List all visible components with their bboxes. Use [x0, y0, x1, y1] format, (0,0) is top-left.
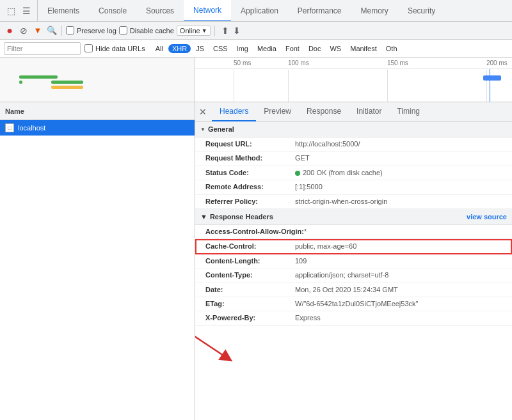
filter-type-xhr[interactable]: XHR [168, 44, 191, 53]
request-method-key: Request Method: [205, 153, 295, 163]
content-type-val: application/json; charset=utf-8 [295, 270, 388, 280]
separator-2 [214, 26, 215, 36]
access-control-val: * [304, 227, 307, 237]
access-control-key: Access-Control-Allow-Origin: [205, 227, 304, 237]
preserve-log-label[interactable]: Preserve log [66, 26, 116, 35]
filter-type-img[interactable]: Img [233, 44, 252, 53]
filter-type-css[interactable]: CSS [209, 44, 232, 53]
filter-type-all[interactable]: All [152, 44, 167, 53]
detail-tab-preview[interactable]: Preview [256, 102, 299, 121]
disable-cache-checkbox[interactable] [119, 26, 127, 35]
req-bar-green-1 [19, 75, 58, 79]
tab-elements[interactable]: Elements [38, 0, 89, 21]
preserve-log-checkbox[interactable] [66, 26, 74, 35]
timeline-right: 50 ms 100 ms 150 ms 200 ms 250 ms [195, 58, 512, 102]
status-code-key: Status Code: [205, 168, 295, 178]
referrer-policy-key: Referrer Policy: [205, 197, 295, 206]
tab-security[interactable]: Security [398, 0, 445, 21]
disable-cache-label[interactable]: Disable cache [119, 26, 174, 35]
upload-icon[interactable]: ⬆ [221, 26, 229, 36]
request-list-panel: Name □ localhost [0, 102, 195, 420]
main-split: Name □ localhost ✕ Headers Preview Respo… [0, 102, 512, 420]
tab-sources[interactable]: Sources [136, 0, 184, 21]
cache-control-row: Cache-Control: public, max-age=60 [195, 239, 512, 254]
dock-icon[interactable]: ⬚ [4, 4, 18, 18]
detail-tab-initiator[interactable]: Initiator [349, 102, 389, 121]
tab-memory[interactable]: Memory [351, 0, 398, 21]
console-drawer-icon[interactable]: ☰ [19, 4, 33, 18]
import-export: ⬆ ⬇ [221, 26, 241, 36]
tab-performance[interactable]: Performance [288, 0, 351, 21]
referrer-policy-val[interactable]: strict-origin-when-cross-origin [295, 197, 387, 206]
content-type-row: Content-Type: application/json; charset=… [195, 268, 512, 283]
request-url-val: http://localhost:5000/ [295, 139, 360, 149]
devtools-controls: ⬚ ☰ [0, 0, 38, 21]
filter-type-doc[interactable]: Doc [305, 44, 325, 53]
filter-type-js[interactable]: JS [192, 44, 208, 53]
tick-200ms: 200 ms [486, 59, 508, 66]
cache-control-val: public, max-age=60 [295, 242, 356, 251]
tab-console[interactable]: Console [89, 0, 136, 21]
timeline-marker [490, 69, 490, 102]
clear-button[interactable]: ⊘ [18, 25, 29, 36]
filter-type-media[interactable]: Media [253, 44, 280, 53]
response-headers-section-header: ▼ Response Headers view source [195, 209, 512, 225]
etag-row: ETag: W/"6d-6542ta1zDul0SiCTjoMEeej53ck" [195, 297, 512, 311]
detail-tab-response[interactable]: Response [299, 102, 349, 121]
date-row: Date: Mon, 26 Oct 2020 15:24:34 GMT [195, 283, 512, 297]
remote-address-row: Remote Address: [:1]:5000 [195, 180, 512, 194]
tick-150ms: 150 ms [387, 59, 408, 66]
remote-address-val: [:1]:5000 [295, 182, 323, 192]
detail-content: ▼ General Request URL: http://localhost:… [195, 121, 512, 420]
search-icon[interactable]: 🔍 [46, 25, 58, 36]
filter-type-manifest[interactable]: Manifest [346, 44, 381, 53]
tick-50ms: 50 ms [234, 59, 251, 66]
request-method-val: GET [295, 153, 310, 163]
main-tabs: Elements Console Sources Network Applica… [38, 0, 512, 21]
detail-tab-bar: ✕ Headers Preview Response Initiator Tim… [195, 102, 512, 121]
request-icon: □ [5, 123, 14, 132]
general-section-header[interactable]: ▼ General [195, 121, 512, 137]
filter-type-font[interactable]: Font [282, 44, 303, 53]
download-icon[interactable]: ⬇ [233, 26, 241, 36]
view-source-link[interactable]: view source [467, 213, 507, 221]
content-type-key: Content-Type: [205, 270, 295, 280]
record-button[interactable]: ● [4, 25, 15, 36]
timeline: 50 ms 100 ms 150 ms 200 ms 250 ms [0, 58, 512, 102]
content-length-row: Content-Length: 109 [195, 254, 512, 268]
filter-input[interactable] [4, 42, 81, 55]
x-powered-by-key: X-Powered-By: [205, 313, 295, 323]
access-control-row: Access-Control-Allow-Origin: * [195, 225, 512, 239]
referrer-policy-row: Referrer Policy: strict-origin-when-cros… [195, 195, 512, 209]
content-length-val: 109 [295, 256, 307, 266]
network-toolbar: ● ⊘ ▼ 🔍 Preserve log Disable cache Onlin… [0, 22, 512, 40]
tab-application[interactable]: Application [231, 0, 288, 21]
hide-urls-checkbox[interactable] [84, 44, 93, 52]
separator-1 [61, 26, 62, 36]
tick-100ms: 100 ms [288, 59, 309, 66]
filter-type-ws[interactable]: WS [326, 44, 345, 53]
general-section-title: General [208, 125, 234, 133]
filter-types: All XHR JS CSS Img Media Font Doc WS Man… [152, 44, 401, 53]
filter-type-other[interactable]: Oth [382, 44, 401, 53]
content-length-key: Content-Length: [205, 256, 295, 266]
date-val: Mon, 26 Oct 2020 15:24:34 GMT [295, 285, 398, 295]
tab-network[interactable]: Network [184, 0, 231, 21]
cache-control-key: Cache-Control: [205, 242, 295, 251]
close-detail-button[interactable]: ✕ [198, 107, 208, 117]
throttle-select[interactable]: Online ▼ [177, 26, 211, 36]
x-powered-by-row: X-Powered-By: Express [195, 311, 512, 325]
remote-address-key: Remote Address: [205, 182, 295, 192]
chevron-down-icon: ▼ [202, 27, 207, 34]
timeline-left [0, 58, 195, 102]
status-dot [295, 171, 300, 176]
req-bar-yellow [51, 86, 83, 89]
response-headers-triangle: ▼ [200, 213, 207, 221]
tab-bar: ⬚ ☰ Elements Console Sources Network App… [0, 0, 512, 22]
request-method-row: Request Method: GET [195, 152, 512, 166]
filter-icon[interactable]: ▼ [32, 25, 44, 36]
request-row[interactable]: □ localhost [0, 120, 195, 136]
detail-tab-headers[interactable]: Headers [212, 102, 256, 121]
detail-tab-timing[interactable]: Timing [389, 102, 428, 121]
hide-urls-label[interactable]: Hide data URLs [84, 44, 145, 52]
